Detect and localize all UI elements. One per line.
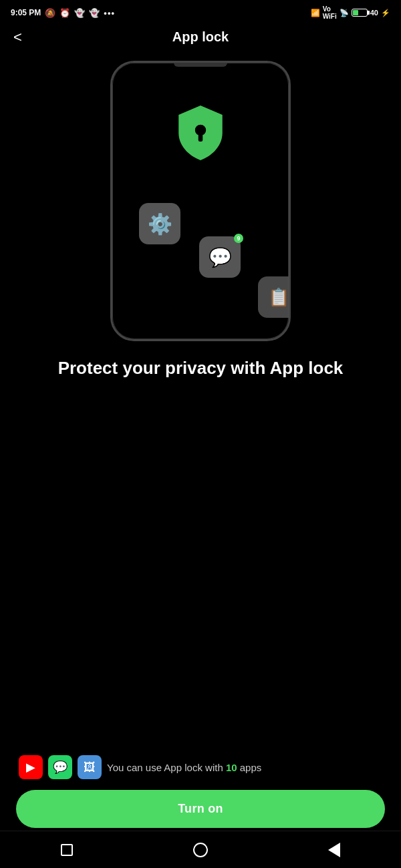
- bottom-section: ▶ 💬 🖼 You can use App lock with 10 apps …: [0, 755, 401, 828]
- home-button[interactable]: [187, 837, 214, 863]
- gear-icon: ⚙️: [148, 212, 172, 236]
- gallery-icon: 🖼: [84, 761, 96, 775]
- turn-on-button[interactable]: Turn on: [16, 790, 385, 828]
- wifi-icon: 📡: [340, 9, 349, 17]
- clock-icon: ⏰: [59, 8, 70, 18]
- time-display: 9:05 PM: [11, 8, 41, 17]
- more-icon: •••: [104, 8, 115, 18]
- shield-icon: [170, 103, 231, 166]
- phone-frame: ⚙️ 💬 9 📋: [110, 61, 291, 341]
- note-icon: 📋: [268, 287, 289, 308]
- bottom-nav: [0, 831, 401, 868]
- vowifi-icon: VoWiFi: [323, 5, 337, 20]
- messages-app-icon: 💬 9: [199, 236, 241, 278]
- battery-indicator: [352, 9, 368, 17]
- status-right: 📶 VoWiFi 📡 40 ⚡: [311, 5, 390, 20]
- whatsapp-app-icon: 💬: [48, 755, 72, 779]
- charging-icon: ⚡: [381, 9, 390, 17]
- status-left: 9:05 PM 🔕 ⏰ 👻 👻 •••: [11, 8, 115, 18]
- svg-rect-1: [198, 134, 203, 142]
- signal-icon: 📶: [311, 9, 320, 17]
- app-lock-info-text: You can use App lock with 10 apps: [107, 762, 382, 773]
- notification-badge: 9: [234, 234, 243, 243]
- back-triangle-icon: [328, 843, 340, 857]
- snapchat-icon: 👻: [74, 8, 85, 18]
- circle-icon: [193, 843, 208, 857]
- phone-illustration: ⚙️ 💬 9 📋: [0, 54, 401, 341]
- status-bar: 9:05 PM 🔕 ⏰ 👻 👻 ••• 📶 VoWiFi 📡 40 ⚡: [0, 0, 401, 23]
- app-lock-info: ▶ 💬 🖼 You can use App lock with 10 apps: [16, 755, 385, 779]
- alarm-icon: 🔕: [45, 8, 55, 18]
- main-title: Protect your privacy with App lock: [27, 357, 374, 380]
- notes-app-icon: 📋: [258, 276, 291, 318]
- whatsapp-icon: 💬: [53, 760, 68, 775]
- square-icon: [61, 844, 73, 856]
- battery-percent: 40: [370, 9, 378, 17]
- app-count: 10: [226, 762, 237, 773]
- youtube-icon: ▶: [26, 760, 35, 775]
- settings-app-icon: ⚙️: [139, 203, 180, 244]
- page-title: App lock: [172, 29, 229, 45]
- back-nav-button[interactable]: [321, 837, 348, 863]
- recent-apps-button[interactable]: [53, 837, 80, 863]
- back-button[interactable]: <: [13, 29, 22, 46]
- youtube-app-icon: ▶: [19, 755, 43, 779]
- main-content: Protect your privacy with App lock: [0, 341, 401, 380]
- header: < App lock: [0, 23, 401, 54]
- gallery-app-icon: 🖼: [78, 755, 102, 779]
- snapchat2-icon: 👻: [89, 8, 100, 18]
- message-icon: 💬: [209, 246, 232, 268]
